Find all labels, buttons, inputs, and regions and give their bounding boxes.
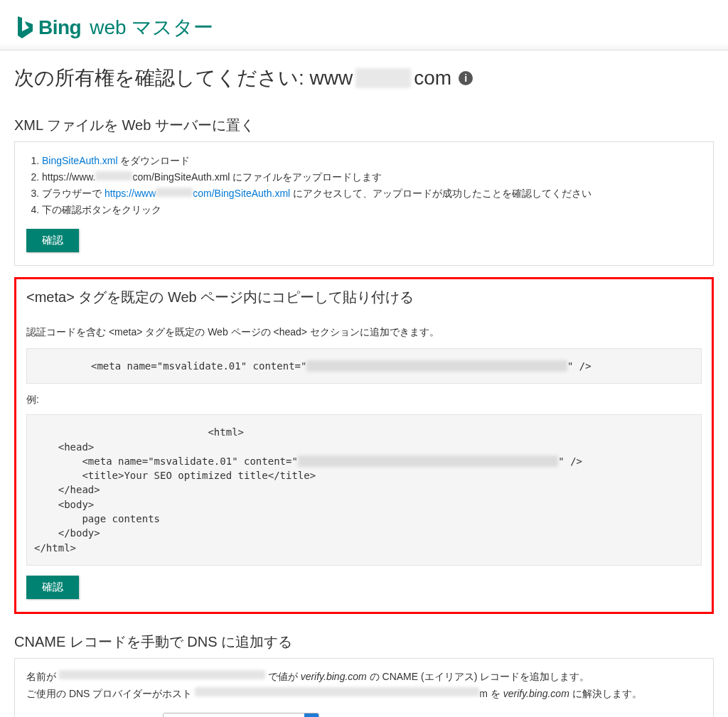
verify-url-link[interactable]: https://www com/BingSiteAuth.xml bbox=[105, 188, 290, 199]
section-meta-title: <meta> タグを既定の Web ページ内にコピーして貼り付ける bbox=[26, 286, 702, 308]
section-xml: XML ファイルを Web サーバーに置く BingSiteAuth.xml を… bbox=[14, 114, 714, 266]
dns-provider-select[interactable]: ご利用の DNS プロバイダー bbox=[163, 713, 318, 717]
bingsiteauth-download-link[interactable]: BingSiteAuth.xml bbox=[42, 155, 118, 166]
section-cname: CNAME レコードを手動で DNS に追加する 名前が で値が verify.… bbox=[14, 631, 714, 717]
redacted-cname-host bbox=[195, 687, 479, 696]
brand-subtitle: web マスター bbox=[90, 13, 213, 43]
top-bar: Bing web マスター bbox=[0, 0, 728, 50]
section-cname-title: CNAME レコードを手動で DNS に追加する bbox=[14, 631, 714, 652]
select-value: ご利用の DNS プロバイダー bbox=[164, 713, 304, 717]
step-3: ブラウザーで https://www com/BingSiteAuth.xml … bbox=[42, 186, 702, 201]
redacted-token-example: 1███████████████████████████████████████… bbox=[298, 455, 558, 467]
confirm-button-xml[interactable]: 確認 bbox=[26, 229, 79, 252]
redacted-domain bbox=[355, 68, 411, 88]
section-xml-title: XML ファイルを Web サーバーに置く bbox=[14, 114, 714, 136]
step-2: https://www. com/BingSiteAuth.xml にファイルを… bbox=[42, 170, 702, 185]
redacted-cname-name bbox=[59, 670, 265, 679]
cname-text: 名前が で値が verify.bing.com の CNAME (エイリアス) … bbox=[26, 669, 702, 703]
section-meta: <meta> タグを既定の Web ページ内にコピーして貼り付ける 認証コードを… bbox=[14, 277, 714, 614]
brand-name: Bing bbox=[38, 13, 81, 43]
meta-example[interactable]: <html> <head> <meta name="msvalidate.01"… bbox=[26, 414, 702, 566]
step-1: BingSiteAuth.xml をダウンロード bbox=[42, 153, 702, 168]
info-icon[interactable]: i bbox=[459, 71, 473, 85]
section-xml-body: BingSiteAuth.xml をダウンロード https://www. co… bbox=[14, 141, 714, 266]
redacted-host bbox=[95, 171, 132, 180]
meta-desc: 認証コードを含む <meta> タグを既定の Web ページの <head> セ… bbox=[26, 325, 702, 340]
bing-icon bbox=[16, 16, 34, 40]
select-arrows-icon bbox=[304, 713, 318, 717]
redacted-token: 5███████████████████████████████████████… bbox=[306, 360, 567, 372]
section-meta-body: 認証コードを含む <meta> タグを既定の Web ページの <head> セ… bbox=[26, 313, 702, 599]
example-label: 例: bbox=[26, 392, 702, 407]
section-cname-body: 名前が で値が verify.bing.com の CNAME (エイリアス) … bbox=[14, 658, 714, 717]
xml-steps: BingSiteAuth.xml をダウンロード https://www. co… bbox=[26, 153, 702, 217]
page-title: 次の所有権を確認してください: www com i bbox=[14, 63, 714, 97]
bing-logo[interactable]: Bing bbox=[16, 13, 81, 43]
confirm-button-meta[interactable]: 確認 bbox=[26, 576, 79, 599]
meta-snippet[interactable]: <meta name="msvalidate.01" content="5███… bbox=[26, 348, 702, 384]
step-4: 下の確認ボタンをクリック bbox=[42, 203, 702, 217]
cname-select-row: CNAME レコードの追加方法: ご利用の DNS プロバイダー bbox=[26, 713, 702, 717]
